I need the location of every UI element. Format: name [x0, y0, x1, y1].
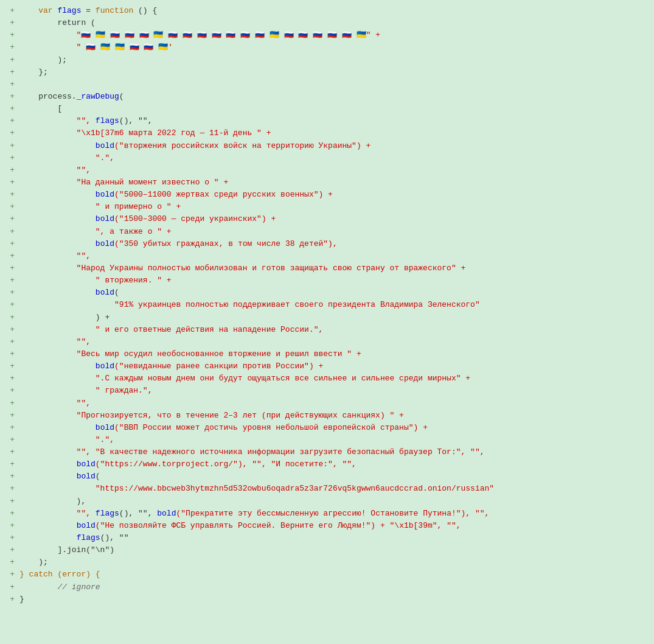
line-content: bold("вторжения российских войск на терр… — [19, 140, 652, 152]
line-content: bold( — [19, 471, 652, 483]
line-gutter: + — [2, 397, 19, 410]
line-content: "", — [19, 164, 652, 177]
line-gutter: + — [2, 569, 19, 581]
line-gutter: + — [2, 312, 19, 324]
line-content: ].join("\n") — [19, 544, 652, 556]
line-gutter: + — [2, 299, 19, 311]
line-content: "", "В качестве надежного источника инфо… — [19, 446, 652, 458]
line-gutter: + — [2, 238, 19, 250]
line-content: bold("невиданные ранее санкции против Ро… — [19, 360, 652, 373]
line-gutter: + — [2, 446, 19, 458]
code-line: + "https://www.bbcweb3hytmzhn5d532owbu6o… — [0, 483, 654, 495]
code-container: + var flags = function () {+ return (+ "… — [0, 0, 654, 611]
line-content: "https://www.bbcweb3hytmzhn5d532owbu6oqa… — [19, 483, 652, 495]
line-gutter: + — [2, 115, 19, 127]
code-line: + ); — [0, 556, 654, 569]
line-content: ) + — [19, 312, 652, 324]
line-content: "91% украинцев полностью поддерживает св… — [19, 299, 652, 311]
code-line: + "Народ Украины полностью мобилизован и… — [0, 262, 654, 275]
line-gutter: + — [2, 410, 19, 422]
code-line: + "", — [0, 250, 654, 262]
code-line: + "\x1b[37m6 марта 2022 год — 11-й день … — [0, 127, 654, 139]
code-line: + bold("https://www.torproject.org/"), "… — [0, 458, 654, 471]
line-content: "Народ Украины полностью мобилизован и г… — [19, 262, 652, 275]
code-line: + bold( — [0, 471, 654, 483]
line-gutter: + — [2, 177, 19, 189]
line-gutter: + — [2, 275, 19, 287]
code-line: + bold( — [0, 287, 654, 299]
code-line: + process._rawDebug( — [0, 91, 654, 103]
code-line: + ) + — [0, 312, 654, 324]
line-gutter: + — [2, 495, 19, 508]
line-content: [ — [19, 103, 652, 115]
code-line: + ".", — [0, 152, 654, 164]
line-content: "На данный момент известно о " + — [19, 177, 652, 189]
code-line: + " граждан.", — [0, 385, 654, 397]
line-content: "Прогнозируется, что в течение 2–3 лет (… — [19, 410, 652, 422]
line-content: " и его ответные действия на нападение Р… — [19, 324, 652, 336]
code-line: + ), — [0, 495, 654, 508]
line-gutter: + — [2, 250, 19, 262]
code-line: + "", "В качестве надежного источника ин… — [0, 446, 654, 458]
code-line: + var flags = function () { — [0, 5, 654, 17]
code-line: + ".С каждым новым днем они будут ощущат… — [0, 373, 654, 385]
line-gutter: + — [2, 581, 19, 593]
line-content: "", — [19, 336, 652, 348]
line-content: flags(), "" — [19, 532, 652, 544]
line-gutter: + — [2, 593, 19, 606]
line-content: " вторжения. " + — [19, 275, 652, 287]
code-line: + bold("вторжения российских войск на те… — [0, 140, 654, 152]
line-gutter: + — [2, 458, 19, 471]
line-content: bold("350 убитых гражданах, в том числе … — [19, 238, 652, 250]
code-line: + "На данный момент известно о " + — [0, 177, 654, 189]
line-content: " и примерно о " + — [19, 201, 652, 213]
line-content: " граждан.", — [19, 385, 652, 397]
code-line: + "🇷🇺 🇺🇦 🇷🇺 🇷🇺 🇷🇺 🇺🇦 🇷🇺 🇷🇺 🇷🇺 🇷🇺 🇷🇺 🇷🇺 🇷… — [0, 29, 654, 41]
code-line: + " и его ответные действия на нападение… — [0, 324, 654, 336]
line-content: } — [19, 593, 652, 606]
code-line: + " вторжения. " + — [0, 275, 654, 287]
line-content: "Весь мир осудил необоснованное вторжени… — [19, 348, 652, 360]
code-line: + " и примерно о " + — [0, 201, 654, 213]
line-gutter: + — [2, 508, 19, 520]
line-gutter: + — [2, 29, 19, 41]
line-gutter: + — [2, 373, 19, 385]
line-gutter: + — [2, 483, 19, 495]
line-content: "🇷🇺 🇺🇦 🇷🇺 🇷🇺 🇷🇺 🇺🇦 🇷🇺 🇷🇺 🇷🇺 🇷🇺 🇷🇺 🇷🇺 🇷🇺 … — [19, 29, 652, 41]
line-content: "\x1b[37m6 марта 2022 год — 11-й день " … — [19, 127, 652, 139]
line-content — [19, 79, 652, 91]
line-gutter: + — [2, 152, 19, 164]
line-content: bold("Не позволяйте ФСБ управлять Россие… — [19, 520, 652, 532]
code-line: + bold("ВВП России может достичь уровня … — [0, 422, 654, 434]
line-content: ); — [19, 556, 652, 569]
line-content: ); — [19, 54, 652, 66]
code-line: + "", flags(), "", bold("Прекратите эту … — [0, 508, 654, 520]
line-gutter: + — [2, 262, 19, 275]
line-content: var flags = function () { — [19, 5, 652, 17]
line-content: // ignore — [19, 581, 652, 593]
code-line: + "Прогнозируется, что в течение 2–3 лет… — [0, 410, 654, 422]
code-line: + }; — [0, 66, 654, 79]
code-line: +} — [0, 593, 654, 606]
line-gutter: + — [2, 213, 19, 225]
code-line: + ".", — [0, 434, 654, 446]
line-content: }; — [19, 66, 652, 79]
line-gutter: + — [2, 360, 19, 373]
line-content: ".", — [19, 152, 652, 164]
line-gutter: + — [2, 201, 19, 213]
code-line: +} catch (error) { — [0, 569, 654, 581]
line-gutter: + — [2, 127, 19, 139]
code-line: + " 🇷🇺 🇺🇦 🇺🇦 🇷🇺 🇷🇺 🇺🇦' — [0, 41, 654, 54]
line-content: ), — [19, 495, 652, 508]
line-gutter: + — [2, 91, 19, 103]
code-line: + "", — [0, 397, 654, 410]
line-gutter: + — [2, 434, 19, 446]
line-gutter: + — [2, 385, 19, 397]
code-line: + "", — [0, 336, 654, 348]
line-content: } catch (error) { — [19, 569, 652, 581]
code-line: + "91% украинцев полностью поддерживает … — [0, 299, 654, 311]
code-line: + bold("невиданные ранее санкции против … — [0, 360, 654, 373]
line-content: bold("https://www.torproject.org/"), "",… — [19, 458, 652, 471]
line-content: " 🇷🇺 🇺🇦 🇺🇦 🇷🇺 🇷🇺 🇺🇦' — [19, 41, 652, 54]
line-content: ".С каждым новым днем они будут ощущатьс… — [19, 373, 652, 385]
